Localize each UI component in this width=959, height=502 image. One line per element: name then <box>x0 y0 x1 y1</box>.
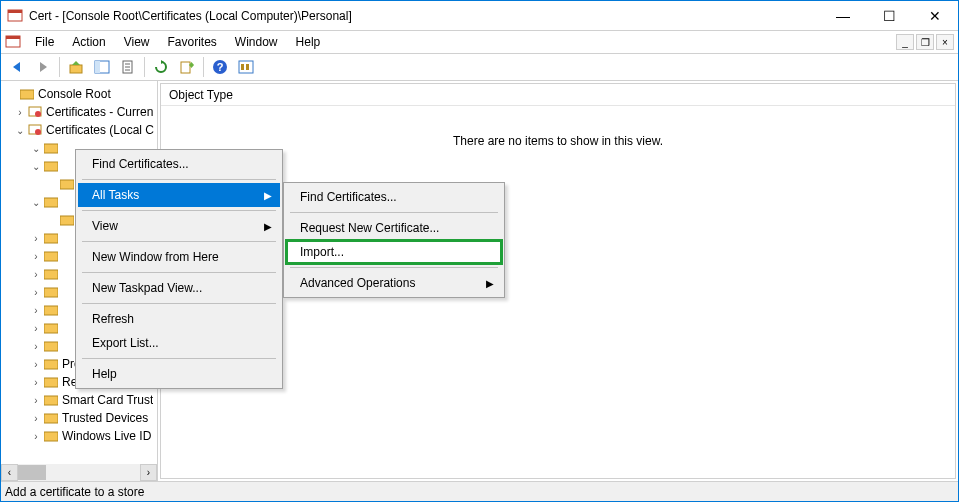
ctx-help[interactable]: Help <box>78 362 280 386</box>
collapse-icon[interactable]: ⌄ <box>13 125 27 136</box>
collapse-icon[interactable]: ⌄ <box>29 161 43 172</box>
ctx-new-taskpad[interactable]: New Taskpad View... <box>78 276 280 300</box>
expand-icon[interactable]: › <box>29 395 43 406</box>
properties-button[interactable] <box>116 55 140 79</box>
ctx-sub-advanced-operations[interactable]: Advanced Operations▶ <box>286 271 502 295</box>
ctx-refresh[interactable]: Refresh <box>78 307 280 331</box>
forward-button[interactable] <box>31 55 55 79</box>
tree-label: Smart Card Trust <box>62 393 153 407</box>
ctx-all-tasks[interactable]: All Tasks▶ <box>78 183 280 207</box>
mdi-minimize-button[interactable]: _ <box>896 34 914 50</box>
mdi-close-button[interactable]: × <box>936 34 954 50</box>
toolbar-separator <box>144 57 145 77</box>
menu-separator <box>82 210 276 211</box>
expand-icon[interactable]: › <box>29 377 43 388</box>
svg-rect-15 <box>241 64 244 70</box>
collapse-icon[interactable]: ⌄ <box>29 143 43 154</box>
ctx-sub-request-new-certificate[interactable]: Request New Certificate... <box>286 216 502 240</box>
collapse-icon[interactable]: ⌄ <box>29 197 43 208</box>
ctx-sub-import[interactable]: Import... <box>286 240 502 264</box>
tree-node-current-user[interactable]: › Certificates - Curren <box>1 103 157 121</box>
ctx-find-certificates[interactable]: Find Certificates... <box>78 152 280 176</box>
up-button[interactable] <box>64 55 88 79</box>
expand-icon[interactable]: › <box>29 359 43 370</box>
folder-icon <box>43 231 59 245</box>
ctx-sub-find-certificates[interactable]: Find Certificates... <box>286 185 502 209</box>
expand-icon[interactable]: › <box>29 287 43 298</box>
svg-rect-23 <box>44 162 58 171</box>
tree-node-trusted-devices[interactable]: ›Trusted Devices <box>1 409 157 427</box>
svg-rect-6 <box>95 61 100 73</box>
window-close-button[interactable]: ✕ <box>912 1 958 30</box>
svg-rect-3 <box>6 36 20 39</box>
expand-icon[interactable]: › <box>29 413 43 424</box>
expand-icon[interactable]: › <box>29 251 43 262</box>
find-certificates-button[interactable] <box>234 55 258 79</box>
tree-node-smart-card[interactable]: ›Smart Card Trust <box>1 391 157 409</box>
ctx-view[interactable]: View▶ <box>78 214 280 238</box>
folder-open-icon <box>19 87 35 101</box>
help-button[interactable]: ? <box>208 55 232 79</box>
folder-icon <box>43 393 59 407</box>
svg-rect-36 <box>44 396 58 405</box>
expand-icon[interactable]: › <box>13 107 27 118</box>
menu-action[interactable]: Action <box>64 33 113 51</box>
menu-file[interactable]: File <box>27 33 62 51</box>
folder-icon <box>43 339 59 353</box>
refresh-button[interactable] <box>149 55 173 79</box>
ctx-export-list[interactable]: Export List... <box>78 331 280 355</box>
expand-icon[interactable]: › <box>29 431 43 442</box>
scroll-track[interactable] <box>18 464 140 481</box>
tree-node-local-computer[interactable]: ⌄ Certificates (Local C <box>1 121 157 139</box>
expand-icon[interactable]: › <box>29 341 43 352</box>
tree-label: Certificates - Curren <box>46 105 153 119</box>
tree-node-windows-live[interactable]: ›Windows Live ID <box>1 427 157 445</box>
folder-icon <box>59 213 75 227</box>
scroll-thumb[interactable] <box>18 465 46 480</box>
back-button[interactable] <box>5 55 29 79</box>
svg-text:?: ? <box>217 61 224 73</box>
window-maximize-button[interactable]: ☐ <box>866 1 912 30</box>
svg-rect-33 <box>44 342 58 351</box>
menu-window[interactable]: Window <box>227 33 286 51</box>
menu-separator <box>290 267 498 268</box>
svg-rect-29 <box>44 270 58 279</box>
certificate-icon <box>27 123 43 137</box>
folder-icon <box>43 411 59 425</box>
svg-point-19 <box>35 111 41 117</box>
menu-help[interactable]: Help <box>288 33 329 51</box>
window-minimize-button[interactable]: — <box>820 1 866 30</box>
svg-rect-25 <box>44 198 58 207</box>
ctx-new-window[interactable]: New Window from Here <box>78 245 280 269</box>
tree-horizontal-scrollbar[interactable]: ‹ › <box>1 464 157 481</box>
scroll-right-button[interactable]: › <box>140 464 157 481</box>
menu-item-label: View <box>92 219 118 233</box>
expand-icon[interactable]: › <box>29 323 43 334</box>
column-header-object-type[interactable]: Object Type <box>161 84 955 106</box>
svg-point-21 <box>35 129 41 135</box>
expand-icon[interactable]: › <box>29 233 43 244</box>
certificate-icon <box>27 105 43 119</box>
scroll-left-button[interactable]: ‹ <box>1 464 18 481</box>
svg-rect-35 <box>44 378 58 387</box>
submenu-arrow-icon: ▶ <box>486 278 494 289</box>
submenu-arrow-icon: ▶ <box>264 190 272 201</box>
tree-root[interactable]: Console Root <box>1 85 157 103</box>
menu-favorites[interactable]: Favorites <box>160 33 225 51</box>
folder-icon <box>59 177 75 191</box>
show-hide-tree-button[interactable] <box>90 55 114 79</box>
folder-icon <box>43 429 59 443</box>
menu-view[interactable]: View <box>116 33 158 51</box>
folder-icon <box>43 249 59 263</box>
folder-icon <box>43 375 59 389</box>
svg-rect-30 <box>44 288 58 297</box>
menu-separator <box>82 179 276 180</box>
mdi-restore-button[interactable]: ❐ <box>916 34 934 50</box>
statusbar: Add a certificate to a store <box>1 481 958 501</box>
expand-icon[interactable]: › <box>29 305 43 316</box>
folder-icon <box>43 303 59 317</box>
svg-rect-31 <box>44 306 58 315</box>
export-list-button[interactable] <box>175 55 199 79</box>
svg-rect-22 <box>44 144 58 153</box>
expand-icon[interactable]: › <box>29 269 43 280</box>
